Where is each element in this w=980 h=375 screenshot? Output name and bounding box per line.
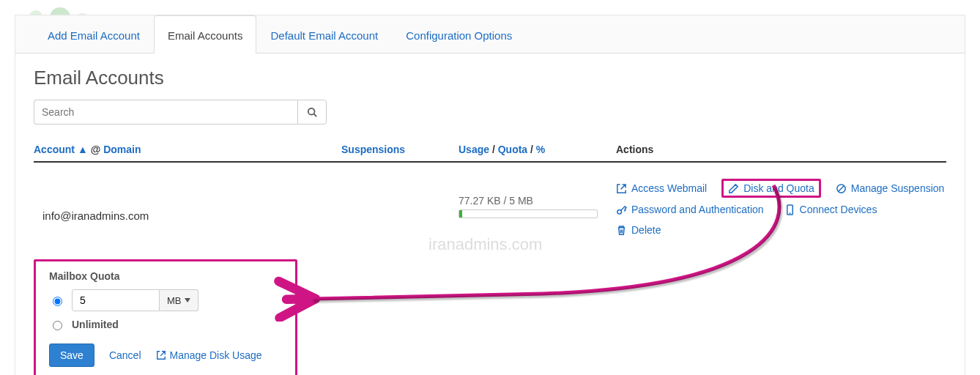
quota-actions-row: Save Cancel Manage Disk Usage	[49, 344, 282, 367]
svg-line-3	[838, 185, 844, 191]
sort-domain-link[interactable]: Domain	[103, 144, 141, 155]
page-body: Email Accounts Account ▲ @ Domain Suspen…	[15, 53, 965, 375]
external-link-icon	[156, 350, 166, 360]
search-icon	[307, 107, 317, 117]
search-row	[34, 100, 946, 125]
sort-account-link[interactable]: Account ▲	[34, 144, 88, 155]
usage-bar-fill	[459, 210, 462, 218]
cancel-link[interactable]: Cancel	[109, 349, 141, 361]
tab-email-accounts[interactable]: Email Accounts	[154, 15, 257, 53]
quota-value-input[interactable]	[72, 289, 160, 311]
cell-actions: Access Webmail Disk and Quota Manage Sus…	[616, 179, 946, 236]
caret-down-icon	[185, 298, 190, 302]
at-separator: @	[91, 144, 101, 155]
col-actions: Actions	[616, 144, 946, 155]
trash-icon	[616, 225, 627, 236]
cell-usage: 77.27 KB / 5 MB	[459, 179, 616, 218]
usage-text: 77.27 KB / 5 MB	[459, 195, 616, 207]
delete-link[interactable]: Delete	[616, 224, 946, 236]
usage-bar	[459, 209, 598, 218]
svg-line-1	[314, 114, 317, 117]
key-icon	[616, 204, 627, 215]
quota-panel-title: Mailbox Quota	[49, 270, 282, 282]
ban-icon	[836, 183, 847, 194]
tab-config-options[interactable]: Configuration Options	[392, 15, 526, 53]
disk-and-quota-link[interactable]: Disk and Quota	[721, 179, 821, 198]
manage-suspension-link[interactable]: Manage Suspension	[836, 182, 945, 195]
col-suspensions: Suspensions	[341, 144, 459, 155]
quota-custom-row: MB	[49, 289, 282, 311]
access-webmail-link[interactable]: Access Webmail	[616, 182, 707, 195]
quota-unlimited-row: Unlimited	[49, 319, 282, 330]
search-input[interactable]	[34, 100, 297, 125]
mailbox-quota-panel: Mailbox Quota MB Unlimited Save Cancel M…	[34, 259, 297, 375]
table-header: Account ▲ @ Domain Suspensions Usage / Q…	[34, 138, 946, 163]
sort-usage-link[interactable]: Usage	[459, 144, 489, 155]
svg-point-0	[308, 108, 315, 115]
quota-custom-radio[interactable]	[53, 297, 62, 306]
tab-bar: Add Email Account Email Accounts Default…	[15, 15, 965, 53]
sort-suspensions-link[interactable]: Suspensions	[341, 144, 405, 155]
sort-percent-link[interactable]: %	[536, 144, 545, 155]
quota-unlimited-label: Unlimited	[72, 319, 119, 330]
save-button[interactable]: Save	[49, 344, 94, 367]
quota-unit-dropdown[interactable]: MB	[160, 289, 198, 311]
tab-default-email[interactable]: Default Email Account	[256, 15, 392, 53]
col-usage: Usage / Quota / %	[459, 144, 616, 155]
tab-add-email[interactable]: Add Email Account	[34, 15, 154, 53]
manage-disk-usage-link[interactable]: Manage Disk Usage	[156, 349, 262, 361]
pencil-icon	[728, 183, 739, 194]
external-link-icon	[616, 183, 627, 194]
mobile-icon	[784, 204, 795, 215]
page-title: Email Accounts	[34, 67, 946, 89]
connect-devices-link[interactable]: Connect Devices	[784, 204, 877, 215]
table-row: info@iranadmins.com 77.27 KB / 5 MB Acce…	[34, 163, 946, 239]
cell-account: info@iranadmins.com	[34, 179, 341, 222]
password-auth-link[interactable]: Password and Authentication	[616, 204, 764, 215]
main-container: Add Email Account Email Accounts Default…	[15, 15, 965, 375]
col-account: Account ▲ @ Domain	[34, 144, 341, 155]
search-button[interactable]	[297, 100, 327, 125]
quota-unlimited-radio[interactable]	[53, 321, 62, 330]
sort-quota-link[interactable]: Quota	[498, 144, 527, 155]
